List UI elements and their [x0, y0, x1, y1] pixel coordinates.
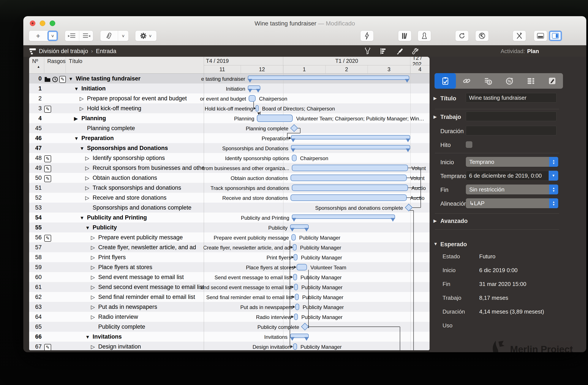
gantt-task-bar[interactable] [292, 155, 296, 161]
gantt-task-bar[interactable] [292, 184, 408, 191]
disclosure-triangle-icon[interactable]: ▷ [91, 304, 98, 310]
temprano-date-input[interactable]: 6 de diciembre de 2019, 0:00 [466, 171, 549, 181]
disclosure-icon[interactable]: ▶ [433, 96, 437, 101]
timeline-quarter-header[interactable]: T4 / 2019 [204, 57, 283, 65]
gantt-task-bar[interactable] [257, 115, 293, 122]
table-row[interactable]: 60▷Send event message to email listSend … [29, 272, 430, 282]
trabajo-input[interactable] [466, 112, 556, 121]
gantt-task-bar[interactable] [292, 234, 296, 241]
gantt-task-bar[interactable] [249, 95, 255, 102]
gantt-milestone-diamond[interactable] [290, 124, 298, 132]
gantt-summary-bar[interactable] [248, 76, 409, 80]
table-row[interactable]: 52▷Receive and store donationsReceive an… [29, 193, 430, 203]
disclosure-triangle-icon[interactable]: ▷ [85, 165, 93, 171]
gantt-task-bar[interactable] [294, 314, 298, 320]
disclosure-triangle-icon[interactable]: ▼ [74, 136, 81, 141]
titulo-input[interactable]: Wine tasting fundraiser [466, 93, 556, 102]
gantt-task-bar[interactable] [294, 284, 298, 290]
timeline-quarter-header[interactable]: T2 / 202 [410, 57, 430, 65]
table-row[interactable]: 66▼InvitationsInvitations [29, 332, 430, 342]
table-row[interactable]: 4▶PlanningPlanningVolunteer Team; Chairp… [29, 113, 430, 123]
disclosure-triangle-icon[interactable]: ▷ [91, 294, 98, 300]
sync-button[interactable] [455, 30, 469, 41]
toggle-bottom-panel[interactable] [534, 30, 547, 41]
wrench-icon[interactable] [412, 48, 419, 55]
breadcrumb-section[interactable]: Entrada [96, 48, 116, 55]
breadcrumb[interactable]: División del trabajo › Entrada [29, 45, 116, 57]
gantt-task-bar[interactable] [295, 304, 299, 310]
table-row[interactable]: 59▷Place flyers at storesPlace flyers at… [29, 262, 430, 272]
date-dropdown-button[interactable]: ▼ [549, 171, 558, 181]
tools-button[interactable] [513, 30, 526, 41]
duracion-input[interactable] [466, 126, 556, 135]
table-row[interactable]: 53Sponsorships and donations completeSpo… [29, 203, 430, 213]
network-button[interactable] [475, 30, 489, 41]
attach-button[interactable] [100, 31, 118, 41]
disclosure-triangle-icon[interactable]: ▼ [74, 86, 81, 92]
disclosure-triangle-icon[interactable]: ▷ [91, 274, 98, 280]
column-header-number[interactable]: Nº▲ [29, 57, 44, 74]
table-row[interactable]: 67✎▷Design invitationDesign invitationPu… [29, 342, 430, 350]
disclosure-triangle-icon[interactable]: ▷ [91, 244, 98, 251]
table-row[interactable]: 49✎▷Recruit sponsors from businesses and… [29, 163, 430, 173]
table-row[interactable]: 50✎▷Obtain auction donationsObtain aucti… [29, 173, 430, 183]
outdent-button[interactable] [79, 31, 93, 41]
gantt-task-bar[interactable] [294, 254, 297, 261]
toggle-right-panel[interactable] [549, 30, 562, 41]
disclosure-triangle-icon[interactable]: ▼ [85, 225, 93, 231]
gantt-task-bar[interactable] [292, 165, 408, 171]
table-row[interactable]: 3✎▷Hold kick-off meetingHold kick-off me… [29, 103, 430, 113]
table-row[interactable]: 64▷Radio interviewRadio interviewPublici… [29, 312, 430, 322]
gantt-summary-bar[interactable] [291, 135, 410, 140]
resources-button[interactable] [418, 30, 431, 41]
gantt-task-bar[interactable] [293, 274, 297, 280]
timeline-quarter-header[interactable]: T1 / 2020 [283, 57, 410, 65]
fin-select[interactable]: Sin restricción▲▼ [466, 184, 558, 194]
add-dropdown[interactable]: ∨ [47, 31, 58, 41]
disclosure-triangle-icon[interactable]: ▷ [91, 254, 98, 261]
gantt-summary-bar[interactable] [291, 145, 410, 149]
table-row[interactable]: 51▷Track sponsorships and donationsTrack… [29, 183, 430, 193]
disclosure-triangle-icon[interactable]: ▷ [85, 155, 93, 161]
table-row[interactable]: 58▷Print flyersPrint flyersPublicity Man… [29, 252, 430, 262]
timeline-month-header[interactable]: 1 [283, 65, 326, 74]
gantt-task-bar[interactable] [291, 194, 407, 201]
timeline-month-header[interactable]: 4 [410, 65, 430, 74]
gantt-task-bar[interactable] [296, 264, 307, 270]
timeline-month-header[interactable]: 3 [368, 65, 410, 74]
gantt-task-bar[interactable] [291, 175, 407, 181]
table-row[interactable]: 61▷Send second event message to email li… [29, 282, 430, 292]
disclosure-triangle-icon[interactable]: ▷ [80, 96, 87, 102]
column-header-rasgos[interactable]: Rasgos [44, 57, 66, 74]
disclosure-icon[interactable]: ▶ [433, 114, 437, 119]
inspector-tab-links[interactable] [456, 73, 477, 89]
gantt-task-bar[interactable] [293, 244, 296, 251]
settings-button[interactable]: ∨ [135, 30, 157, 41]
disclosure-triangle-icon[interactable]: ▼ [80, 215, 87, 221]
breadcrumb-view[interactable]: División del trabajo [39, 48, 88, 55]
gantt-task-bar[interactable] [295, 294, 299, 300]
table-row[interactable]: 63▷Put ads in newspapersPut ads in newsp… [29, 302, 430, 312]
activity-button[interactable] [360, 30, 374, 41]
disclosure-triangle-icon[interactable]: ▷ [85, 195, 93, 201]
table-row[interactable]: 54▼Publicity and PrintingPublicity and P… [29, 213, 430, 223]
gantt-summary-bar[interactable] [290, 334, 309, 338]
inspector-tab-time[interactable]: % [499, 73, 520, 89]
inspector-tab-note[interactable] [542, 73, 563, 89]
filter-icon[interactable] [364, 48, 371, 55]
add-button[interactable]: + [29, 31, 47, 41]
timeline-month-header[interactable]: 2 [326, 65, 368, 74]
hito-checkbox[interactable] [466, 141, 472, 148]
inspector-tab-plan[interactable] [435, 73, 456, 89]
disclosure-icon[interactable]: ▶ [433, 218, 437, 223]
table-row[interactable]: 57▷Create flyer, newsletter article, and… [29, 242, 430, 252]
disclosure-triangle-icon[interactable]: ▷ [80, 105, 87, 112]
table-gantt-divider[interactable] [204, 57, 204, 350]
alineacion-select[interactable]: ↳LAP▲▼ [466, 198, 558, 208]
gantt-task-bar[interactable] [293, 343, 297, 350]
disclosure-triangle-icon[interactable]: ▶ [74, 116, 81, 122]
gantt-milestone-diamond[interactable] [301, 323, 309, 330]
attach-dropdown[interactable]: ∨ [118, 31, 128, 41]
disclosure-triangle-icon[interactable]: ▷ [85, 175, 93, 181]
disclosure-triangle-icon[interactable]: ▷ [91, 284, 98, 290]
